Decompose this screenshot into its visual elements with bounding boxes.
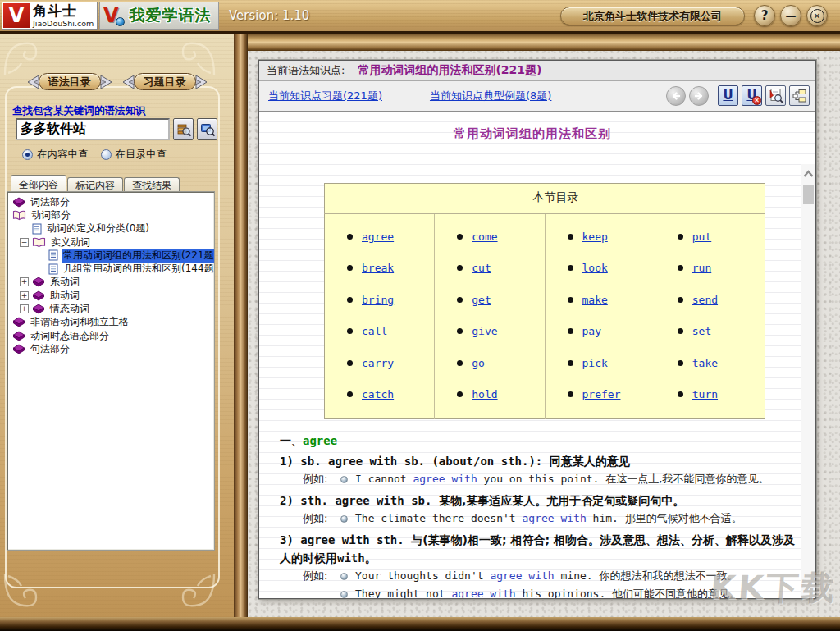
toc-link-give[interactable]: give: [472, 325, 497, 337]
text-run: They might not: [355, 588, 451, 598]
tree-item-label: 常用动词词组的用法和区别(221题): [62, 249, 215, 263]
tree-item[interactable]: 句法部分: [7, 342, 214, 355]
tree-item[interactable]: +助动词: [7, 289, 214, 302]
search-input[interactable]: [16, 118, 170, 140]
toc-link-look[interactable]: look: [582, 262, 608, 274]
toc-item: take: [678, 347, 765, 379]
toc-link-pay[interactable]: pay: [582, 325, 601, 337]
tree-item[interactable]: 动词时态语态部分: [7, 329, 214, 342]
tree-item[interactable]: 非谓语动词和独立主格: [7, 316, 214, 329]
toc-link-call[interactable]: call: [362, 325, 387, 337]
scrollbar-thumb[interactable]: [803, 185, 814, 204]
tree-item-label: 几组常用动词的用法和区别(144题): [62, 262, 215, 276]
toc-link-send[interactable]: send: [692, 294, 718, 306]
book-search-icon: [176, 122, 191, 137]
toc-link-make[interactable]: make: [582, 294, 608, 306]
toc-link-agree[interactable]: agree: [362, 231, 394, 243]
toc-item: bring: [347, 284, 434, 316]
toc-link-pick[interactable]: pick: [582, 357, 608, 369]
search-in-content-radio[interactable]: [22, 149, 33, 160]
book-icon: [12, 197, 25, 208]
tree-item[interactable]: −实义动词: [7, 235, 214, 249]
exercise-directory-button[interactable]: 习题目录: [121, 73, 208, 90]
toc-link-keep[interactable]: keep: [582, 231, 608, 243]
toc-link-catch[interactable]: catch: [362, 388, 394, 400]
main-area: 当前语法知识点: 常用动词词组的用法和区别(221题) 当前知识点习题(221题…: [248, 34, 840, 617]
toc-link-come[interactable]: come: [472, 231, 497, 243]
toc-item: turn: [678, 379, 765, 411]
tree-item-label: 系动词: [48, 275, 81, 289]
tree-item[interactable]: +情态动词: [7, 302, 214, 315]
scroll-up-icon[interactable]: [802, 169, 815, 179]
toc-item: keep: [568, 221, 655, 253]
close-icon: ✕: [810, 9, 824, 23]
outline-button[interactable]: [789, 85, 810, 106]
bullet-icon: [678, 297, 683, 303]
expand-plus-icon[interactable]: +: [20, 277, 29, 286]
toc-link-put[interactable]: put: [692, 231, 711, 243]
toc-link-hold[interactable]: hold: [472, 388, 497, 400]
underline-on-button[interactable]: U: [718, 85, 738, 106]
minimize-button[interactable]: —: [780, 5, 801, 26]
lesson-content: 常用动词词组的用法和区别 本节目录 agreebreakbringcallcar…: [259, 112, 815, 598]
text-run: The climate there doesn't: [355, 512, 523, 524]
doc-icon: [48, 263, 58, 275]
search-in-directory-label[interactable]: 在目录中查: [116, 148, 167, 162]
bullet-icon: [678, 234, 683, 240]
collapse-minus-icon[interactable]: −: [20, 238, 29, 247]
grammar-directory-button[interactable]: 语法目录: [26, 73, 113, 90]
toc-link-break[interactable]: break: [362, 262, 394, 274]
tree-item[interactable]: 常用动词词组的用法和区别(221题): [7, 249, 214, 262]
toc-link-take[interactable]: take: [692, 357, 718, 369]
grammar-tree-panel: 词法部分动词部分动词的定义和分类(0题)−实义动词常用动词词组的用法和区别(22…: [7, 191, 215, 551]
corner-ornament-icon: [170, 35, 217, 78]
bullet-icon: [568, 234, 573, 240]
book-search-button[interactable]: [173, 118, 194, 140]
expand-plus-icon[interactable]: +: [20, 304, 29, 313]
topic-exercises-link[interactable]: 当前知识点习题(221题): [268, 89, 382, 103]
print-preview-icon: [768, 88, 783, 103]
toc-link-turn[interactable]: turn: [692, 388, 718, 400]
tab-marked-content[interactable]: 标记内容: [67, 177, 123, 191]
cancel-badge-icon: ✕: [752, 96, 761, 105]
toc-link-run[interactable]: run: [692, 262, 711, 274]
tree-item[interactable]: 动词的定义和分类(0题): [7, 222, 214, 235]
corner-ornament-icon: [2, 35, 49, 78]
close-button[interactable]: ✕: [806, 5, 828, 26]
content-scrollbar[interactable]: [801, 164, 815, 598]
search-in-content-label[interactable]: 在内容中查: [37, 148, 89, 162]
toc-link-prefer[interactable]: prefer: [582, 388, 621, 400]
tab-search-results[interactable]: 查找结果: [124, 177, 180, 191]
search-in-directory-radio[interactable]: [101, 149, 112, 160]
book-icon: [32, 277, 45, 287]
tree-item[interactable]: 动词部分: [7, 208, 214, 222]
tree-item[interactable]: 词法部分: [7, 195, 214, 208]
tree-item[interactable]: +系动词: [7, 276, 214, 289]
bullet-icon: [457, 328, 463, 334]
forward-button[interactable]: [689, 86, 709, 106]
tab-all-content[interactable]: 全部内容: [11, 175, 66, 191]
topic-examples-link[interactable]: 当前知识点典型例题(8题): [430, 89, 551, 103]
toc-link-cut[interactable]: cut: [472, 262, 491, 274]
expand-plus-icon[interactable]: +: [20, 291, 29, 300]
underline-off-button[interactable]: U ✕: [742, 85, 762, 106]
doc-icon: [32, 223, 42, 235]
minimize-icon: —: [786, 10, 797, 22]
watermark: KK下载: [709, 565, 838, 610]
bullet-icon: [347, 234, 353, 240]
tree-item-label: 实义动词: [49, 235, 92, 249]
toc-link-get[interactable]: get: [472, 294, 491, 306]
toc-link-go[interactable]: go: [472, 357, 485, 369]
tree-item[interactable]: 几组常用动词的用法和区别(144题): [7, 262, 214, 275]
example-sentence: I cannot agree with you on this point. 在…: [340, 470, 769, 488]
toc-link-carry[interactable]: carry: [362, 357, 394, 369]
toc-link-bring[interactable]: bring: [362, 294, 394, 306]
outline-icon: [792, 89, 807, 103]
back-button[interactable]: [666, 86, 686, 106]
toc-item: look: [568, 253, 655, 285]
content-search-button[interactable]: [197, 118, 217, 140]
toc-link-set[interactable]: set: [692, 325, 711, 337]
toc-item: hold: [457, 379, 544, 411]
help-button[interactable]: ?: [754, 5, 775, 26]
print-preview-button[interactable]: [765, 85, 786, 106]
